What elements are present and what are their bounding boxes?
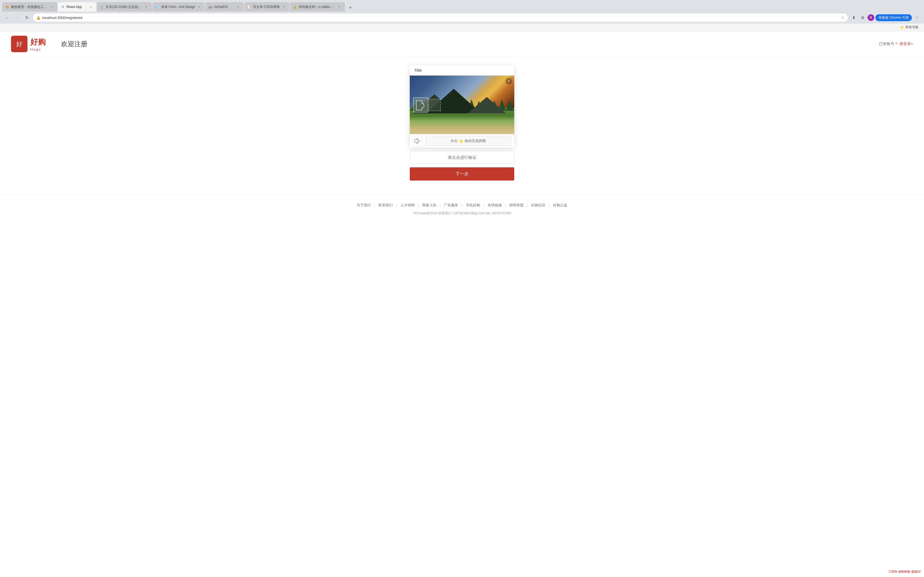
tab-5-close[interactable]: × (236, 5, 240, 9)
url-display: localhost:3000/registered (42, 16, 839, 20)
footer-link-contact[interactable]: 联系我们 (375, 203, 396, 208)
tab-1-close[interactable]: × (50, 5, 54, 9)
puzzle-slider-icon (412, 136, 422, 146)
tab-3-label: 京东(JD.COM)-正品低价... (106, 5, 142, 9)
new-tab-button[interactable]: + (347, 4, 354, 11)
footer-copyright: YhCreate@2024 联系我们 1187921847@qq.com && … (5, 211, 919, 216)
verify-button-label: 请点击进行验证 (448, 155, 477, 160)
login-link[interactable]: 请登录> (899, 42, 913, 46)
site-footer: 关于我们 | 联系我们 | 人才招聘 | 商家入驻 | 广告服务 | 手机好购 … (0, 194, 924, 224)
captcha-popup: Title (410, 65, 514, 148)
tab-7-favicon: 🔒 (293, 5, 297, 9)
mountain-3 (467, 97, 506, 113)
footer-link-merchant[interactable]: 商家入驻 (419, 203, 440, 208)
address-bar[interactable]: 🔒 localhost:3000/registered ☆ (33, 13, 848, 22)
footer-link-community[interactable]: 好购社区 (528, 203, 549, 208)
tab-6-close[interactable]: × (282, 5, 286, 9)
logo-area: 好 好购 Hogo (11, 36, 46, 52)
main-content: Title (0, 57, 924, 194)
tab-2-close[interactable]: × (89, 5, 93, 9)
header-right: 已有账号？ 请登录> (879, 42, 913, 47)
svg-rect-4 (418, 140, 420, 142)
tab-7-label: 滑块验证码 - rc-slider-cap... (299, 5, 336, 9)
chrome-update-button[interactable]: 有新版 Chrome 可用 (876, 14, 912, 21)
footer-link-about[interactable]: 关于我们 (354, 203, 374, 208)
puzzle-piece-target (428, 98, 441, 111)
tab-1-label: 颜色吸管 - 在线颜色工具 - (11, 5, 48, 9)
logo-icon: 好 (11, 36, 27, 52)
page-title: 欢迎注册 (61, 40, 87, 48)
tab-2-favicon: ⚛ (61, 5, 65, 9)
tab-4-label: 表单 Form - Ant Design (161, 5, 195, 9)
logo-text-area: 好购 Hogo (30, 37, 46, 52)
reload-button[interactable]: ↻ (23, 14, 31, 21)
tab-bar: 🎨 颜色吸管 - 在线颜色工具 - × ⚛ React App × 🛒 京东(J… (0, 0, 924, 11)
tab-6-favicon: 📝 (247, 5, 251, 9)
tab-1[interactable]: 🎨 颜色吸管 - 在线颜色工具 - × (2, 2, 57, 11)
tab-3-favicon: 🛒 (100, 5, 104, 9)
back-button[interactable]: ← (3, 14, 11, 21)
captcha-image-container: × (410, 76, 514, 134)
captcha-slider-bar: 向右 ⭐ 拖动完成拼图 (410, 134, 514, 148)
bookmarks-label: 所有书签 (905, 25, 919, 30)
tab-4[interactable]: 💎 表单 Form - Ant Design × (152, 2, 205, 11)
next-button-label: 下一步 (456, 171, 468, 176)
footer-link-charity[interactable]: 好购公益 (550, 203, 570, 208)
tab-7-close[interactable]: × (337, 5, 342, 9)
browser-actions: ⬇ ⧉ X 有新版 Chrome 可用 ⋮ (850, 14, 921, 21)
page-content: 好 好购 Hogo 欢迎注册 已有账号？ 请登录> Title (0, 31, 924, 577)
tab-5-label: AlchatOS (214, 5, 228, 9)
slide-action-text: 拖动完成拼图 (464, 139, 486, 143)
bookmarks-icon: 📁 (900, 26, 904, 29)
footer-link-friends[interactable]: 友情链接 (484, 203, 505, 208)
all-bookmarks-button[interactable]: 📁 所有书签 (898, 24, 921, 30)
account-prompt: 已有账号？ (879, 42, 898, 46)
tabs-search-button[interactable]: ⧉ (859, 14, 866, 21)
bookmarks-bar: 📁 所有书签 (0, 24, 924, 31)
tab-5[interactable]: 🤖 AlchatOS × (205, 2, 244, 11)
footer-link-ads[interactable]: 广告服务 (441, 203, 462, 208)
bookmark-star-icon[interactable]: ☆ (841, 15, 845, 20)
tab-6[interactable]: 📝 写文章-CSDN博客 × (244, 2, 289, 11)
svg-rect-3 (415, 139, 418, 143)
tab-6-label: 写文章-CSDN博客 (253, 5, 280, 9)
tab-4-close[interactable]: × (197, 5, 201, 9)
tab-2-label: React App (66, 5, 82, 9)
tab-1-favicon: 🎨 (5, 5, 9, 9)
tab-3-close[interactable]: × (144, 5, 149, 9)
csdn-badge: CSDN @鲜鲜鱼-版面42 (889, 570, 921, 574)
captcha-close-button[interactable]: × (506, 78, 512, 84)
address-bar-row: ← → ↻ 🔒 localhost:3000/registered ☆ ⬇ ⧉ … (0, 11, 924, 24)
profile-button[interactable]: X (867, 14, 874, 21)
slider-instruction: 向右 ⭐ 拖动完成拼图 (451, 139, 486, 143)
captcha-slider-track[interactable]: 向右 ⭐ 拖动完成拼图 (425, 136, 512, 146)
footer-link-sales[interactable]: 销售联盟 (506, 203, 527, 208)
site-header: 好 好购 Hogo 欢迎注册 已有账号？ 请登录> (0, 31, 924, 57)
tab-5-favicon: 🤖 (208, 5, 212, 9)
svg-text:好: 好 (16, 41, 22, 48)
star-icon: ⭐ (459, 139, 464, 143)
slide-direction-text: 向右 (451, 139, 458, 143)
logo-text-english: Hogo (30, 47, 46, 52)
forward-button[interactable]: → (13, 14, 21, 21)
browser-chrome: 🎨 颜色吸管 - 在线颜色工具 - × ⚛ React App × 🛒 京东(J… (0, 0, 924, 31)
logo-text-chinese: 好购 (30, 37, 46, 47)
tab-2[interactable]: ⚛ React App × (58, 2, 96, 11)
more-menu-button[interactable]: ⋮ (913, 14, 921, 21)
security-icon: 🔒 (36, 16, 41, 20)
captcha-title: Title (410, 65, 514, 76)
footer-link-jobs[interactable]: 人才招聘 (397, 203, 418, 208)
verify-button[interactable]: 请点击进行验证 (410, 151, 514, 164)
next-step-button[interactable]: 下一步 (410, 167, 514, 181)
downloads-button[interactable]: ⬇ (850, 14, 858, 21)
tab-4-favicon: 💎 (156, 5, 160, 9)
footer-links: 关于我们 | 联系我们 | 人才招聘 | 商家入驻 | 广告服务 | 手机好购 … (5, 203, 919, 208)
footer-link-mobile[interactable]: 手机好购 (462, 203, 483, 208)
puzzle-piece-draggable[interactable] (413, 97, 428, 112)
tab-3[interactable]: 🛒 京东(JD.COM)-正品低价... × (97, 2, 152, 11)
tab-7[interactable]: 🔒 滑块验证码 - rc-slider-cap... × (290, 2, 345, 11)
